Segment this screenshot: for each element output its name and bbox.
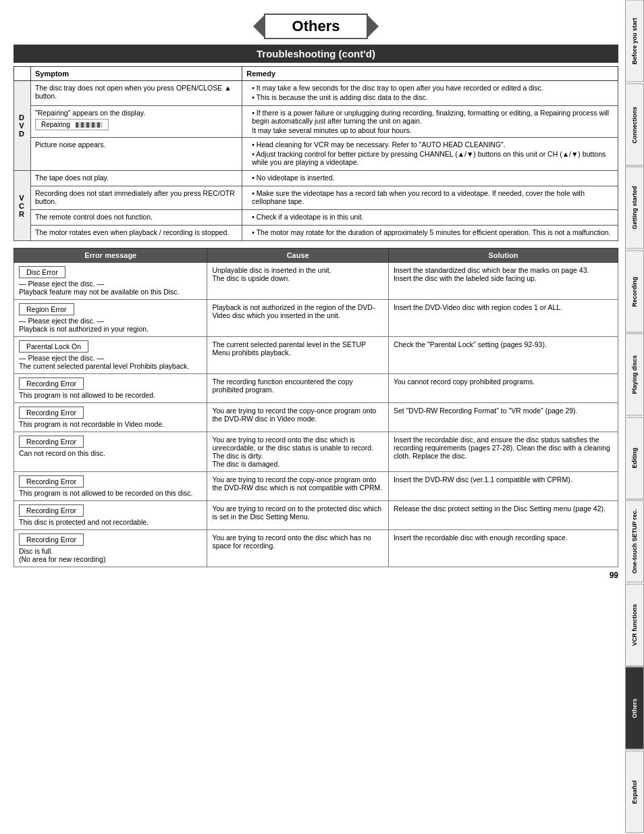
error-detail: This program is not allowed to be record… bbox=[19, 391, 155, 399]
symptom-header: Symptom bbox=[31, 67, 242, 81]
symptom-cell: "Repairing" appears on the display. Repa… bbox=[31, 106, 242, 138]
dvd-label: DVD bbox=[14, 81, 31, 171]
error-cell: Disc Error — Please eject the disc. —Pla… bbox=[14, 263, 207, 300]
cause-cell: You are trying to record onto the disc w… bbox=[207, 432, 389, 472]
error-cell: Recording Error This disc is protected a… bbox=[14, 501, 207, 530]
table-row: The remote control does not function. Ch… bbox=[14, 210, 618, 226]
cause-cell: You are trying to record onto the disc w… bbox=[207, 530, 389, 567]
section-header: Troubleshooting (cont'd) bbox=[14, 45, 618, 63]
sidebar-tab-espanol[interactable]: Español bbox=[625, 751, 644, 833]
remedy-text: It may take several minutes up to about … bbox=[252, 126, 614, 134]
error-detail: — Please eject the disc. —The current se… bbox=[19, 354, 189, 370]
cause-cell: You are trying to record the copy-once p… bbox=[207, 403, 389, 432]
cause-cell: Playback is not authorized in the region… bbox=[207, 300, 389, 337]
error-title: Recording Error bbox=[19, 377, 84, 390]
error-title: Parental Lock On bbox=[19, 340, 88, 353]
sidebar-tab-editing[interactable]: Editing bbox=[625, 417, 644, 500]
remedy-cell: If there is a power failure or unpluggin… bbox=[242, 106, 618, 138]
cause-cell: The recording function encountered the c… bbox=[207, 374, 389, 403]
symptom-cell: Picture noise appears. bbox=[31, 138, 242, 171]
table-row: Disc Error — Please eject the disc. —Pla… bbox=[14, 263, 618, 300]
error-cell: Recording Error This program is not allo… bbox=[14, 374, 207, 403]
symptom-cell: Recording does not start immediately aft… bbox=[31, 186, 242, 210]
error-detail: — Please eject the disc. —Playback is no… bbox=[19, 317, 149, 333]
table-row: Recording does not start immediately aft… bbox=[14, 186, 618, 210]
table-row: DVD The disc tray does not open when you… bbox=[14, 81, 618, 106]
cause-cell: You are trying to record on to the prote… bbox=[207, 501, 389, 530]
remedy-bullet: Adjust tracking control for better pictu… bbox=[252, 150, 614, 166]
error-message-header: Error message bbox=[14, 249, 207, 263]
error-cell: Recording Error This program is not reco… bbox=[14, 403, 207, 432]
symptom-cell: The tape does not play. bbox=[31, 171, 242, 186]
title-arrow-right bbox=[367, 14, 379, 38]
remedy-cell: No videotape is inserted. bbox=[242, 171, 618, 186]
error-cell: Region Error — Please eject the disc. —P… bbox=[14, 300, 207, 337]
solution-cell: Insert the standardized disc which bear … bbox=[388, 263, 618, 300]
table-row: Recording Error This program is not reco… bbox=[14, 403, 618, 432]
solution-cell: Insert the recordable disc, and ensure t… bbox=[388, 432, 618, 472]
solution-cell: Insert the DVD-RW disc (ver.1.1 compatib… bbox=[388, 472, 618, 501]
table-row: Recording Error This disc is protected a… bbox=[14, 501, 618, 530]
error-title: Disc Error bbox=[19, 266, 65, 278]
remedy-bullet: Head cleaning for VCR may be necessary. … bbox=[252, 140, 614, 149]
remedy-cell: It may take a few seconds for the disc t… bbox=[242, 81, 618, 106]
remedy-cell: Make sure the videotape has a record tab… bbox=[242, 186, 618, 210]
page-title-decoration: Others bbox=[14, 14, 618, 39]
sidebar-tab-getting-started[interactable]: Getting started bbox=[625, 167, 644, 249]
remedy-bullet: Make sure the videotape has a record tab… bbox=[252, 189, 614, 205]
sidebar-tab-recording[interactable]: Recording bbox=[625, 251, 644, 333]
symptom-cell: The motor rotates even when playback / r… bbox=[31, 226, 242, 241]
error-cell: Parental Lock On — Please eject the disc… bbox=[14, 337, 207, 374]
error-cell: Recording Error Can not record on this d… bbox=[14, 432, 207, 472]
remedy-bullet: Check if a videotape is in this unit. bbox=[252, 213, 614, 221]
table-row: Region Error — Please eject the disc. —P… bbox=[14, 300, 618, 337]
sidebar-tab-others[interactable]: Others bbox=[625, 667, 644, 750]
error-detail: This disc is protected and not recordabl… bbox=[19, 518, 149, 526]
error-title: Region Error bbox=[19, 303, 74, 315]
repairing-progress bbox=[76, 122, 103, 128]
table-row: VCR The tape does not play. No videotape… bbox=[14, 171, 618, 186]
remedy-header: Remedy bbox=[242, 67, 618, 81]
solution-cell: Insert the DVD-Video disc with region co… bbox=[388, 300, 618, 337]
error-detail: Disc is full.(No area for new recording) bbox=[19, 547, 105, 563]
solution-cell: Release the disc protect setting in the … bbox=[388, 501, 618, 530]
remedy-bullet: If there is a power failure or unpluggin… bbox=[252, 109, 614, 125]
remedy-bullet: No videotape is inserted. bbox=[252, 174, 614, 182]
vcr-label: VCR bbox=[14, 171, 31, 241]
cause-header: Cause bbox=[207, 249, 389, 263]
remedy-bullet: It may take a few seconds for the disc t… bbox=[252, 84, 614, 92]
error-detail: — Please eject the disc. —Playback featu… bbox=[19, 280, 180, 296]
symptom-cell: The remote control does not function. bbox=[31, 210, 242, 226]
remedy-bullet: The motor may rotate for the duration of… bbox=[252, 228, 614, 236]
error-title: Recording Error bbox=[19, 475, 84, 488]
remedy-bullet: This is because the unit is adding disc … bbox=[252, 93, 614, 101]
error-detail: This program is not recordable in Video … bbox=[19, 420, 164, 428]
table-row: Picture noise appears. Head cleaning for… bbox=[14, 138, 618, 171]
sidebar-tab-connections[interactable]: Connections bbox=[625, 84, 644, 166]
error-detail: This program is not allowed to be record… bbox=[19, 489, 192, 497]
solution-cell: You cannot record copy prohibited progra… bbox=[388, 374, 618, 403]
sidebar-tab-playing-discs[interactable]: Playing discs bbox=[625, 334, 644, 416]
table-row: Recording Error Disc is full.(No area fo… bbox=[14, 530, 618, 567]
solution-cell: Insert the recordable disc with enough r… bbox=[388, 530, 618, 567]
table-row: The motor rotates even when playback / r… bbox=[14, 226, 618, 241]
sidebar-tab-before-you-start[interactable]: Before you start bbox=[625, 0, 644, 82]
symptom-table: Symptom Remedy DVD The disc tray does no… bbox=[14, 66, 618, 241]
symptom-cell: The disc tray does not open when you pre… bbox=[31, 81, 242, 106]
cause-cell: Unplayable disc is inserted in the unit.… bbox=[207, 263, 389, 300]
sidebar-tab-one-touch-setup[interactable]: One-touch SETUP rec. bbox=[625, 500, 644, 583]
solution-cell: Check the "Parental Lock" setting (pages… bbox=[388, 337, 618, 374]
table-row: Recording Error This program is not allo… bbox=[14, 374, 618, 403]
remedy-cell: The motor may rotate for the duration of… bbox=[242, 226, 618, 241]
repairing-box: Repairing bbox=[35, 119, 109, 130]
error-detail: Can not record on this disc. bbox=[19, 449, 105, 457]
error-cell: Recording Error Disc is full.(No area fo… bbox=[14, 530, 207, 567]
table-row: Recording Error This program is not allo… bbox=[14, 472, 618, 501]
remedy-cell: Head cleaning for VCR may be necessary. … bbox=[242, 138, 618, 171]
solution-cell: Set "DVD-RW Recording Format" to "VR mod… bbox=[388, 403, 618, 432]
error-table: Error message Cause Solution Disc Error … bbox=[14, 248, 618, 567]
page-number: 99 bbox=[14, 571, 618, 580]
solution-header: Solution bbox=[388, 249, 618, 263]
sidebar-tab-vcr-functions[interactable]: VCR functions bbox=[625, 584, 644, 667]
error-title: Recording Error bbox=[19, 436, 84, 448]
